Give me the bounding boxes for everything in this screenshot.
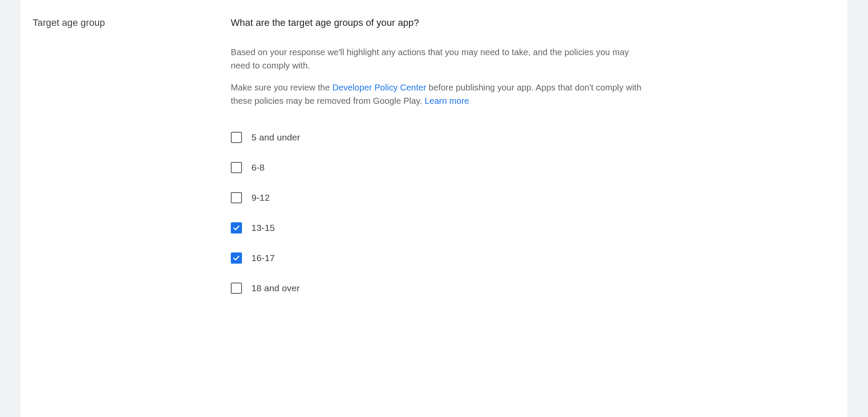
age-option-5-and-under: 5 and under [231, 132, 644, 143]
option-label: 13-15 [251, 223, 275, 233]
option-label: 5 and under [251, 132, 300, 143]
checkbox-13-15[interactable] [231, 222, 242, 233]
label-column: Target age group [33, 17, 231, 28]
checkbox-18-and-over[interactable] [231, 283, 242, 294]
option-label: 18 and over [251, 283, 300, 293]
description-1: Based on your response we'll highlight a… [231, 46, 644, 72]
content-column: What are the target age groups of your a… [231, 17, 644, 313]
age-option-9-12: 9-12 [231, 192, 644, 203]
checkbox-16-17[interactable] [231, 252, 242, 264]
check-icon [232, 224, 241, 232]
age-option-6-8: 6-8 [231, 162, 644, 173]
age-options-list: 5 and under 6-8 9-12 [231, 132, 644, 294]
content-card: Target age group What are the target age… [21, 0, 847, 417]
checkbox-9-12[interactable] [231, 192, 242, 203]
age-option-18-and-over: 18 and over [231, 283, 644, 294]
option-label: 9-12 [251, 193, 270, 203]
description-2: Make sure you review the Developer Polic… [231, 81, 644, 108]
age-option-16-17: 16-17 [231, 252, 644, 264]
desc2-pre: Make sure you review the [231, 83, 332, 92]
question-heading: What are the target age groups of your a… [231, 17, 644, 28]
developer-policy-center-link[interactable]: Developer Policy Center [332, 83, 426, 92]
checkbox-5-and-under[interactable] [231, 132, 242, 143]
section-label: Target age group [33, 17, 231, 28]
target-age-group-row: Target age group What are the target age… [33, 17, 835, 313]
checkbox-6-8[interactable] [231, 162, 242, 173]
age-option-13-15: 13-15 [231, 222, 644, 233]
learn-more-link[interactable]: Learn more [425, 96, 469, 106]
check-icon [232, 254, 241, 262]
option-label: 16-17 [251, 253, 275, 263]
option-label: 6-8 [251, 162, 265, 173]
